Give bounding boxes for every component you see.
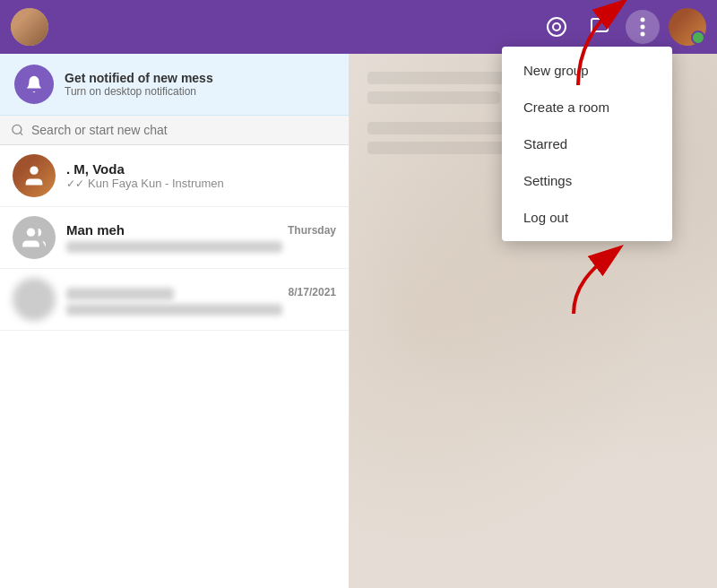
chat-time: 8/17/2021	[289, 286, 336, 298]
chat-name-text: . M, Voda	[66, 161, 125, 177]
community-icon	[546, 16, 567, 38]
svg-line-6	[27, 77, 29, 79]
svg-point-2	[641, 18, 645, 22]
user-avatar[interactable]	[11, 8, 48, 46]
chat-preview-text: Kun Faya Kun - Instrumen	[88, 177, 224, 190]
chat-preview: ✓✓ Kun Faya Kun - Instrumen	[66, 177, 336, 190]
top-bar	[0, 0, 717, 54]
left-panel: Get notified of new mess Turn on desktop…	[0, 54, 350, 588]
chat-item[interactable]: Man meh Thursday	[0, 207, 349, 269]
menu-item-starred[interactable]: Starred	[502, 125, 672, 162]
bell-icon	[24, 74, 44, 94]
avatar-image	[11, 8, 48, 46]
chat-name-blurred	[66, 288, 174, 300]
chat-avatar-blurred	[13, 278, 56, 321]
notification-subtitle: Turn on desktop notification	[65, 85, 334, 98]
notification-banner[interactable]: Get notified of new mess Turn on desktop…	[0, 54, 349, 116]
person-icon	[22, 163, 47, 188]
chat-name-row: 8/17/2021	[66, 284, 336, 300]
more-options-icon	[640, 16, 645, 38]
group-icon	[22, 225, 47, 250]
menu-item-logout[interactable]: Log out	[502, 199, 672, 236]
community-icon-button[interactable]	[540, 10, 574, 44]
chat-preview-blurred	[66, 304, 282, 316]
svg-line-7	[39, 77, 41, 79]
double-check-icon: ✓✓	[66, 177, 84, 190]
dropdown-menu: New group Create a room Starred Settings…	[502, 47, 672, 241]
chat-name-row: Man meh Thursday	[66, 222, 336, 238]
chat-icon	[589, 16, 610, 38]
svg-point-8	[13, 125, 22, 134]
chat-avatar	[13, 154, 56, 197]
search-input[interactable]	[31, 123, 338, 137]
chat-info: 8/17/2021	[66, 284, 336, 316]
svg-point-4	[641, 32, 645, 37]
menu-item-create-room[interactable]: Create a room	[502, 89, 672, 125]
contact-avatar[interactable]	[669, 8, 706, 46]
menu-item-settings[interactable]: Settings	[502, 162, 672, 199]
chat-item[interactable]: . M, Voda ✓✓ Kun Faya Kun - Instrumen	[0, 145, 349, 207]
chat-icon-button[interactable]	[583, 10, 617, 44]
top-bar-left	[11, 8, 48, 46]
bell-circle	[14, 65, 54, 104]
chat-preview-blurred	[66, 241, 282, 253]
svg-point-0	[548, 18, 566, 36]
more-options-button[interactable]	[626, 10, 660, 44]
search-icon	[11, 123, 24, 137]
chat-list: . M, Voda ✓✓ Kun Faya Kun - Instrumen	[0, 145, 349, 588]
top-bar-icons	[540, 8, 706, 46]
chat-item[interactable]: 8/17/2021	[0, 269, 349, 331]
chat-time: Thursday	[288, 224, 336, 237]
svg-point-1	[553, 23, 560, 30]
notification-title: Get notified of new mess	[65, 71, 334, 85]
chat-avatar-group	[13, 216, 56, 259]
svg-line-9	[20, 133, 22, 135]
notification-text: Get notified of new mess Turn on desktop…	[65, 71, 334, 98]
chat-info: . M, Voda ✓✓ Kun Faya Kun - Instrumen	[66, 161, 336, 190]
chat-name-row: . M, Voda	[66, 161, 336, 177]
svg-point-10	[30, 167, 38, 175]
svg-point-3	[641, 25, 645, 30]
menu-item-new-group[interactable]: New group	[502, 52, 672, 89]
chat-name-text: Man meh	[66, 222, 125, 238]
svg-point-11	[27, 229, 35, 237]
search-bar	[0, 116, 349, 145]
chat-info: Man meh Thursday	[66, 222, 336, 253]
